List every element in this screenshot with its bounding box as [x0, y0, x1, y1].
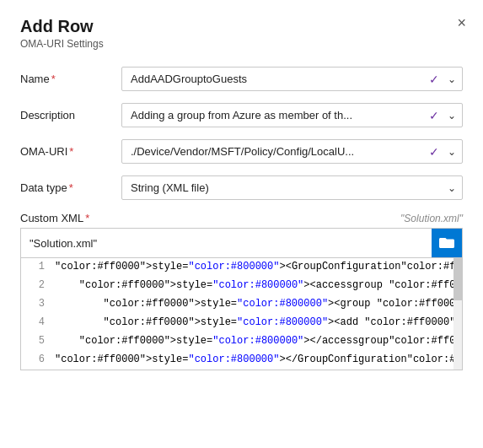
- oma-uri-control: ./Device/Vendor/MSFT/Policy/Config/Local…: [121, 139, 463, 164]
- table-row: 5 "color:#ff0000">style="color:#800000">…: [21, 332, 462, 351]
- data-type-required: *: [69, 181, 73, 194]
- description-row: Description Adding a group from Azure as…: [20, 103, 463, 127]
- data-type-control: String (XML file) ⌄: [121, 175, 463, 200]
- name-checkmark-icon: ✓: [429, 73, 439, 86]
- dialog-subtitle: OMA-URI Settings: [20, 38, 463, 50]
- xml-upload-button[interactable]: [432, 229, 462, 257]
- line-number: 4: [21, 314, 51, 331]
- name-label: Name*: [20, 73, 121, 85]
- custom-xml-header: Custom XML* "Solution.xml": [20, 212, 463, 224]
- close-button[interactable]: ×: [457, 15, 466, 30]
- line-number: 1: [21, 258, 51, 275]
- oma-uri-label: OMA-URI*: [20, 145, 121, 158]
- line-number: 2: [21, 277, 51, 294]
- data-type-dropdown[interactable]: String (XML file): [121, 175, 463, 200]
- folder-icon: [439, 235, 454, 251]
- add-row-dialog: Add Row OMA-URI Settings × Name* AddAADG…: [0, 0, 483, 448]
- scrollbar-track[interactable]: [453, 258, 462, 370]
- line-number: 6: [21, 351, 51, 368]
- data-type-row: Data type* String (XML file) ⌄: [20, 175, 463, 200]
- xml-filename-row: [20, 228, 463, 257]
- custom-xml-required: *: [85, 212, 89, 224]
- line-content: "color:#ff0000">style="color:#800000"><g…: [51, 295, 462, 312]
- dialog-title: Add Row: [20, 17, 463, 36]
- line-content: "color:#ff0000">style="color:#800000"><G…: [51, 258, 462, 275]
- oma-uri-row: OMA-URI* ./Device/Vendor/MSFT/Policy/Con…: [20, 139, 463, 164]
- table-row: 4 "color:#ff0000">style="color:#800000">…: [21, 314, 462, 332]
- name-dropdown[interactable]: AddAADGrouptoGuests: [121, 67, 463, 91]
- oma-uri-checkmark-icon: ✓: [429, 145, 439, 159]
- scrollbar-thumb[interactable]: [453, 258, 462, 300]
- oma-uri-dropdown[interactable]: ./Device/Vendor/MSFT/Policy/Config/Local…: [121, 139, 463, 164]
- line-number: 5: [21, 332, 51, 349]
- line-content: "color:#ff0000">style="color:#800000"></…: [51, 351, 462, 368]
- oma-uri-required: *: [69, 145, 73, 158]
- custom-xml-label: Custom XML*: [20, 212, 89, 224]
- line-content: "color:#ff0000">style="color:#800000"></…: [51, 332, 462, 349]
- line-number: 3: [21, 295, 51, 312]
- name-control: AddAADGrouptoGuests ✓ ⌄: [121, 67, 463, 91]
- code-editor[interactable]: 1"color:#ff0000">style="color:#800000"><…: [20, 257, 463, 370]
- table-row: 2 "color:#ff0000">style="color:#800000">…: [21, 277, 462, 295]
- xml-filename-input[interactable]: [21, 231, 432, 256]
- data-type-label: Data type*: [20, 181, 121, 194]
- description-checkmark-icon: ✓: [429, 109, 439, 122]
- line-content: "color:#ff0000">style="color:#800000"><a…: [51, 277, 462, 294]
- line-content: "color:#ff0000">style="color:#800000"><a…: [51, 314, 462, 331]
- table-row: 1"color:#ff0000">style="color:#800000"><…: [21, 258, 462, 277]
- name-row: Name* AddAADGrouptoGuests ✓ ⌄: [20, 67, 463, 91]
- name-required: *: [51, 73, 56, 85]
- description-dropdown[interactable]: Adding a group from Azure as member of t…: [121, 103, 463, 127]
- table-row: 3 "color:#ff0000">style="color:#800000">…: [21, 295, 462, 314]
- description-control: Adding a group from Azure as member of t…: [121, 103, 463, 127]
- description-label: Description: [20, 109, 121, 121]
- custom-xml-hint: "Solution.xml": [400, 213, 463, 224]
- table-row: 6"color:#ff0000">style="color:#800000"><…: [21, 351, 462, 370]
